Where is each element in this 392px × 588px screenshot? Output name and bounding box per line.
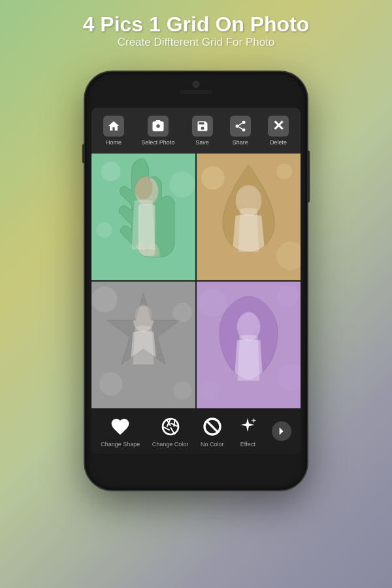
svg-point-31 xyxy=(277,286,298,307)
svg-point-6 xyxy=(101,162,121,182)
toolbar-share[interactable]: Share xyxy=(225,112,256,150)
home-icon xyxy=(103,116,124,137)
svg-point-16 xyxy=(240,187,257,208)
grid-cell-1[interactable] xyxy=(91,154,195,280)
svg-point-9 xyxy=(135,176,153,199)
svg-point-33 xyxy=(200,381,220,400)
app-subtitle: Create Diffterent Grid For Photo xyxy=(0,36,392,49)
bottom-change-color[interactable]: Change Color xyxy=(147,412,194,450)
save-label: Save xyxy=(195,139,209,146)
phone-power-button xyxy=(307,167,310,203)
svg-line-43 xyxy=(206,421,218,433)
svg-point-25 xyxy=(173,382,191,400)
grid-cell-4[interactable] xyxy=(197,282,301,408)
toolbar-select-photo[interactable]: Select Photo xyxy=(136,112,180,150)
bottom-effect[interactable]: Effect xyxy=(231,412,265,450)
camera-icon xyxy=(148,116,169,137)
share-label: Share xyxy=(233,139,248,146)
delete-icon: ✕ xyxy=(268,116,289,137)
heart-icon xyxy=(108,415,132,438)
svg-point-34 xyxy=(240,312,258,335)
svg-point-14 xyxy=(276,164,292,180)
svg-point-23 xyxy=(172,302,192,322)
change-color-label: Change Color xyxy=(152,441,189,448)
bottom-toolbar: Change Shape Change Color xyxy=(91,408,301,454)
phone-speaker xyxy=(180,90,212,94)
bottom-no-color[interactable]: No Color xyxy=(195,412,229,450)
aperture-icon xyxy=(159,415,182,438)
phone-screen: Home Select Photo Save Share xyxy=(91,108,301,454)
home-label: Home xyxy=(106,139,122,146)
svg-point-8 xyxy=(97,222,112,238)
svg-point-30 xyxy=(199,289,227,318)
svg-point-26 xyxy=(135,304,152,327)
phone-frame: Home Select Photo Save Share xyxy=(85,72,307,490)
title-area: 4 Pics 1 Grid On Photo Create Diffterent… xyxy=(0,13,392,49)
no-symbol-icon xyxy=(201,415,224,438)
svg-point-35 xyxy=(163,419,178,434)
toolbar-delete[interactable]: ✕ Delete xyxy=(263,112,294,150)
share-icon xyxy=(230,116,251,137)
svg-point-24 xyxy=(99,372,123,396)
svg-point-7 xyxy=(169,171,195,197)
toolbar-home[interactable]: Home xyxy=(98,112,129,150)
svg-line-41 xyxy=(174,419,174,427)
phone-left-button xyxy=(82,144,85,163)
bottom-change-shape[interactable]: Change Shape xyxy=(95,412,145,450)
change-shape-label: Change Shape xyxy=(101,441,140,448)
next-arrow xyxy=(272,421,291,441)
no-color-label: No Color xyxy=(201,441,224,448)
delete-label: Delete xyxy=(270,139,287,146)
bottom-next[interactable] xyxy=(267,419,297,444)
grid-cell-3[interactable] xyxy=(91,282,195,408)
effect-label: Effect xyxy=(240,441,255,448)
grid-cell-2[interactable] xyxy=(197,154,301,280)
app-title: 4 Pics 1 Grid On Photo xyxy=(0,13,392,36)
phone-camera xyxy=(193,81,199,88)
select-photo-label: Select Photo xyxy=(141,139,174,146)
photo-grid xyxy=(91,154,301,408)
sparkle-icon xyxy=(236,415,259,438)
svg-point-22 xyxy=(91,287,118,313)
top-toolbar: Home Select Photo Save Share xyxy=(91,108,301,154)
toolbar-save[interactable]: Save xyxy=(187,112,218,150)
save-icon xyxy=(192,116,213,137)
svg-point-13 xyxy=(201,166,225,189)
